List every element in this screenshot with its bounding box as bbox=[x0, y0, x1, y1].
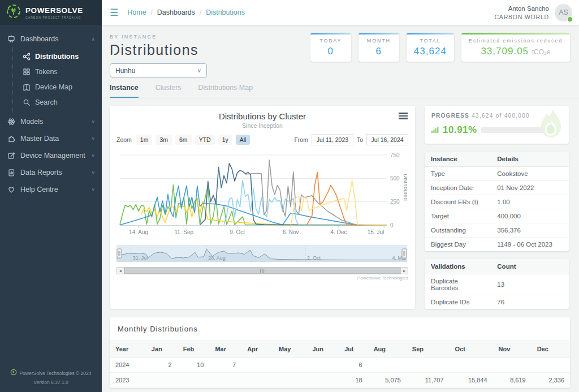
breadcrumb-dashboards[interactable]: Dashboards bbox=[157, 8, 195, 16]
monthly-col-header: Oct bbox=[450, 341, 493, 357]
monthly-title: Monthly Distributions bbox=[110, 317, 570, 341]
navigator-handle[interactable] bbox=[117, 249, 122, 258]
monthly-col-header: Dec bbox=[532, 341, 570, 357]
svg-text:2. Oct: 2. Oct bbox=[307, 255, 321, 261]
monthly-value-cell: 18 bbox=[339, 373, 368, 388]
zoom-button-6m[interactable]: 6m bbox=[175, 135, 192, 145]
breadcrumb: Home/Dashboards/Distributions bbox=[127, 8, 245, 16]
monthly-col-header: Jun bbox=[306, 341, 339, 357]
chart-scrollbar: ◂ ||| ▸ bbox=[116, 267, 408, 274]
monthly-col-header: Aug bbox=[368, 341, 407, 357]
scroll-left-button[interactable]: ◂ bbox=[116, 267, 124, 274]
monthly-col-header: Apr bbox=[241, 341, 273, 357]
monthly-value-cell bbox=[450, 357, 493, 373]
zoom-button-ytd[interactable]: YTD bbox=[195, 135, 215, 145]
sidebar-item-models[interactable]: Models∨ bbox=[0, 113, 102, 130]
sidebar-item-device-management[interactable]: Device Management∨ bbox=[0, 147, 102, 164]
stat-label: TODAY bbox=[318, 38, 344, 44]
tab-distributions-map[interactable]: Distributions Map bbox=[198, 84, 253, 98]
instance-select[interactable]: Hunhu ∨ bbox=[110, 63, 207, 77]
table-row: Duplicate IDs76 bbox=[425, 295, 569, 309]
tab-clusters[interactable]: Clusters bbox=[155, 84, 182, 98]
distributions-line-chart[interactable]: 025050075014. Aug11. Sep9. Oct6. Nov4. D… bbox=[116, 145, 407, 243]
chart-navigator[interactable]: 31. Jul28. Aug2. Oct4. Mar bbox=[116, 245, 407, 264]
stat-card-total: TOTAL43,624 bbox=[407, 33, 454, 62]
footer-version: Version 6.37.1.0 bbox=[0, 378, 102, 386]
bar-chart-icon bbox=[431, 125, 439, 135]
zoom-button-1y[interactable]: 1y bbox=[218, 135, 232, 145]
instance-table-body: TypeCookstoveInception Date01 Nov 2022Di… bbox=[425, 167, 569, 252]
validations-table-body: Duplicate Barcodes13Duplicate IDs76 bbox=[425, 274, 569, 309]
breadcrumb-distributions[interactable]: Distributions bbox=[206, 8, 245, 16]
sidebar-item-tokens[interactable]: Tokens bbox=[13, 64, 102, 79]
table-row: Inception Date01 Nov 2022 bbox=[425, 181, 569, 195]
heart-icon bbox=[7, 186, 15, 193]
stats-row: TODAY0MONTH6TOTAL43,624Estimated emissio… bbox=[310, 33, 570, 62]
chart-subtitle: Since Inception bbox=[116, 122, 408, 129]
to-date-input[interactable]: Jul 16, 2024 bbox=[366, 134, 408, 145]
zoom-button-all[interactable]: All bbox=[236, 135, 250, 145]
monthly-value-cell: 2 bbox=[146, 357, 178, 373]
stat-value: 43,624 bbox=[414, 46, 447, 57]
monthly-value-cell bbox=[306, 357, 339, 373]
sidebar-item-device-map[interactable]: Device Map bbox=[13, 79, 102, 94]
avatar-initials: AS bbox=[559, 8, 568, 16]
monthly-row: 202421076 bbox=[110, 357, 570, 373]
row-value: 356,376 bbox=[491, 223, 569, 238]
row-value: 400,000 bbox=[491, 209, 569, 223]
breadcrumb-home[interactable]: Home bbox=[127, 8, 146, 16]
sidebar-item-dashboards[interactable]: Dashboards∧ bbox=[0, 31, 102, 48]
chevron-down-icon: ∨ bbox=[197, 67, 201, 74]
stat-card-today: TODAY0 bbox=[310, 33, 351, 62]
monthly-col-header: Jan bbox=[146, 341, 178, 357]
zoom-button-3m[interactable]: 3m bbox=[155, 135, 172, 145]
monthly-value-cell: 6 bbox=[339, 357, 368, 373]
sidebar-item-data-reports[interactable]: Data Reports∨ bbox=[0, 164, 102, 181]
chevron-down-icon: ∨ bbox=[91, 119, 95, 124]
dashboard-icon bbox=[7, 35, 15, 43]
app-logo[interactable]: POWERSOLVE CARBON PROJECT TRACKING bbox=[0, 0, 102, 25]
chart-context-menu-icon[interactable] bbox=[399, 113, 408, 120]
scrollbar-thumb[interactable]: ||| bbox=[124, 268, 400, 274]
monthly-value-cell bbox=[273, 373, 306, 388]
monthly-value-cell bbox=[306, 373, 339, 388]
navigator-handle[interactable] bbox=[402, 249, 407, 258]
row-label: Duplicate IDs bbox=[425, 295, 491, 309]
footer-copyright: PowerSolve Technologies © 2024 bbox=[19, 369, 91, 377]
monthly-value-cell: 11,707 bbox=[407, 373, 450, 388]
from-date-input[interactable]: Jul 11, 2023 bbox=[312, 134, 353, 145]
zoom-button-1m[interactable]: 1m bbox=[136, 135, 153, 145]
powersolve-logo-icon bbox=[6, 3, 21, 21]
svg-text:250: 250 bbox=[390, 199, 400, 205]
atom-icon bbox=[7, 118, 15, 126]
svg-text:4. Dec: 4. Dec bbox=[331, 229, 347, 235]
avatar[interactable]: AS bbox=[555, 4, 572, 21]
sidebar-item-label: Help Centre bbox=[20, 186, 58, 193]
monthly-value-cell bbox=[493, 357, 532, 373]
table-row: Discount ERs (t)1.00 bbox=[425, 195, 569, 209]
series-cluster-orange bbox=[306, 173, 387, 225]
row-label: Outstanding bbox=[425, 223, 491, 238]
scrollbar-track[interactable]: ||| bbox=[124, 267, 400, 274]
validations-card: Validations Count Duplicate Barcodes13Du… bbox=[425, 259, 569, 309]
map-icon bbox=[22, 83, 31, 91]
menu-toggle-icon[interactable]: ☰ bbox=[110, 7, 118, 19]
user-org: CARBON WORLD bbox=[494, 13, 549, 21]
sidebar-item-distributions[interactable]: Distributions bbox=[13, 49, 102, 64]
sidebar-item-search[interactable]: Search bbox=[13, 94, 102, 110]
app-tagline: CARBON PROJECT TRACKING bbox=[25, 16, 83, 19]
sidebar-item-master-data[interactable]: Master Data∨ bbox=[0, 130, 102, 147]
progress-label: PROGRESS bbox=[431, 113, 469, 119]
sidebar-item-label: Master Data bbox=[20, 135, 59, 143]
svg-text:6. Nov: 6. Nov bbox=[283, 229, 299, 235]
svg-text:28. Aug: 28. Aug bbox=[208, 255, 226, 261]
svg-text:15. Jul: 15. Jul bbox=[368, 229, 384, 235]
scroll-right-button[interactable]: ▸ bbox=[400, 267, 408, 274]
monthly-value-cell bbox=[178, 373, 210, 388]
sidebar-item-help-centre[interactable]: Help Centre∨ bbox=[0, 181, 102, 198]
tab-instance[interactable]: Instance bbox=[110, 84, 139, 98]
row-value: 1.00 bbox=[491, 195, 569, 209]
table-row: Duplicate Barcodes13 bbox=[425, 274, 569, 295]
monthly-value-cell: 2,336 bbox=[532, 373, 570, 388]
chevron-down-icon: ∨ bbox=[91, 153, 95, 158]
